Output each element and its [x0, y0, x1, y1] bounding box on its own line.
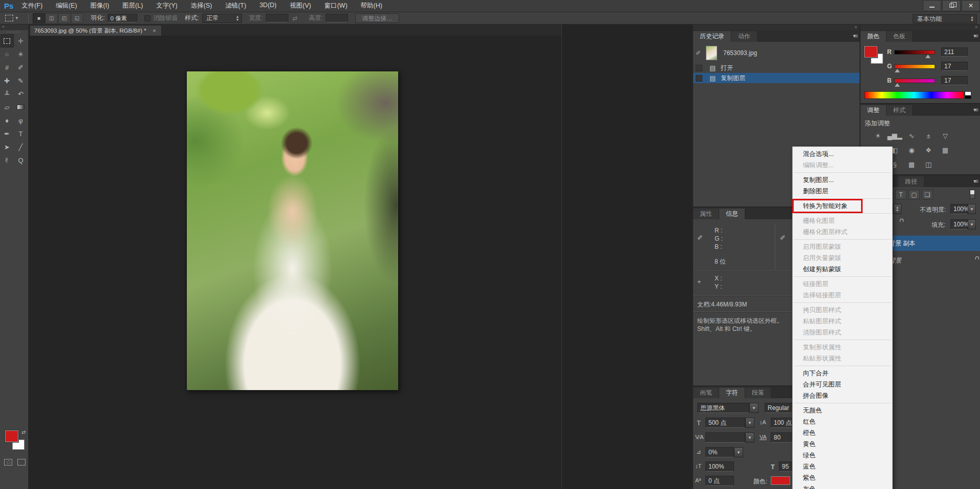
dodge-tool[interactable]: φ	[14, 114, 28, 127]
new-selection-button[interactable]: ■	[33, 13, 45, 23]
context-menu-item[interactable]: 拼合图像	[793, 390, 892, 401]
crop-tool[interactable]: #	[1, 61, 14, 74]
menu-item[interactable]: 视图(V)	[290, 2, 311, 10]
channel-slider[interactable]	[894, 79, 935, 83]
swap-dimensions-icon[interactable]: ⇄	[292, 15, 298, 22]
type-layer-filter-icon[interactable]: T	[895, 190, 906, 199]
history-source-checkbox[interactable]	[696, 65, 702, 71]
eraser-tool[interactable]: ▱	[1, 100, 14, 114]
font-size-input[interactable]: 500 点	[705, 418, 745, 428]
menu-item[interactable]: 文字(Y)	[156, 2, 178, 10]
tab-properties[interactable]: 属性	[693, 209, 719, 219]
font-family-select[interactable]: 思源黑体	[697, 403, 749, 413]
spinner-icon[interactable]: ▲▼	[893, 204, 901, 214]
document-tab[interactable]: 7653093.jpg @ 50% (背景 副本, RGB/8#) *	[30, 25, 162, 36]
tab-info[interactable]: 信息	[719, 209, 745, 219]
chevron-down-icon[interactable]: ▼	[749, 403, 758, 413]
channel-mixer-icon[interactable]: ❖	[922, 145, 935, 156]
magic-wand-tool[interactable]: ✳	[14, 47, 28, 61]
context-menu-item[interactable]: 黄色	[793, 439, 892, 450]
channel-slider[interactable]	[894, 64, 935, 69]
foreground-color-swatch[interactable]	[864, 46, 877, 58]
chevron-down-icon[interactable]: ▼	[968, 204, 976, 214]
minimize-button[interactable]	[923, 0, 941, 11]
vertical-scale-input[interactable]: 100%	[705, 461, 734, 472]
chevron-down-icon[interactable]: ▼	[968, 219, 976, 229]
opacity-input[interactable]: 100%	[950, 204, 968, 214]
proportional-spacing-input[interactable]: 0%	[705, 447, 734, 457]
color-lookup-icon[interactable]: ▦	[939, 145, 951, 156]
smart-object-filter-icon[interactable]: ❏	[922, 190, 933, 199]
context-menu-item[interactable]: 灰色	[793, 483, 892, 489]
dock-collapse-arrow[interactable]	[693, 24, 860, 30]
levels-icon[interactable]: ▄▆▂	[889, 131, 901, 141]
context-menu-item[interactable]: 创建剪贴蒙版	[793, 264, 892, 275]
context-menu-item[interactable]: 红色	[793, 416, 892, 427]
style-select[interactable]: 正常 ▲▼	[202, 14, 242, 23]
vibrance-icon[interactable]: ▽	[939, 131, 951, 141]
tab-actions[interactable]: 动作	[731, 31, 757, 42]
quick-mask-button[interactable]	[4, 459, 12, 466]
tool-preset-icon[interactable]	[5, 15, 13, 21]
hand-tool[interactable]: ✌	[1, 153, 14, 167]
type-tool[interactable]: T	[14, 127, 28, 140]
gradient-map-icon[interactable]: ◫	[922, 159, 935, 170]
chevron-down-icon[interactable]: ▼	[745, 432, 754, 443]
menu-item[interactable]: 3D(D)	[259, 2, 276, 10]
panel-menu-icon[interactable]	[973, 33, 977, 39]
channel-slider[interactable]	[894, 50, 935, 55]
brush-tool[interactable]: ✎	[14, 74, 28, 87]
dock-collapse-arrow[interactable]	[861, 24, 980, 30]
blur-tool[interactable]: ♦	[1, 114, 14, 127]
history-state-row-selected[interactable]: ▤ 复制图层	[693, 73, 860, 83]
workspace-switcher[interactable]: 基本功能 ▲▼	[913, 14, 977, 23]
history-source-checkbox[interactable]	[696, 75, 702, 82]
slider-thumb[interactable]	[895, 69, 900, 72]
slider-thumb[interactable]	[925, 55, 930, 58]
chevron-down-icon[interactable]: ▼	[15, 16, 19, 20]
history-brush-tool[interactable]: ↶	[14, 87, 28, 100]
intersect-selection-button[interactable]: ◱	[71, 13, 83, 23]
brightness-contrast-icon[interactable]: ☀	[872, 131, 884, 141]
context-menu-item[interactable]: 转换为智能对象	[793, 200, 892, 212]
tab-history[interactable]: 历史记录	[693, 31, 731, 42]
close-button[interactable]: ✕	[962, 0, 980, 11]
tab-color[interactable]: 颜色	[861, 31, 887, 42]
context-menu-item[interactable]: 删除图层	[793, 186, 892, 197]
context-menu-item[interactable]: 紫色	[793, 472, 892, 483]
context-menu-item[interactable]: 合并可见图层	[793, 379, 892, 390]
curves-icon[interactable]: ∿	[905, 131, 918, 141]
fill-input[interactable]: 100%	[950, 219, 968, 229]
tab-adjustments[interactable]: 调整	[861, 105, 887, 116]
layer-filter-toggle[interactable]	[970, 190, 975, 199]
chevron-down-icon[interactable]: ▼	[745, 418, 754, 428]
clone-stamp-tool[interactable]: ╨	[1, 87, 14, 100]
exposure-icon[interactable]: ±	[922, 131, 935, 141]
add-to-selection-button[interactable]: ◫	[45, 13, 58, 23]
width-input[interactable]	[266, 14, 288, 22]
history-state-row[interactable]: ▤ 打开	[693, 63, 860, 73]
history-brush-source-icon[interactable]: ✐	[696, 49, 703, 57]
tab-close-button[interactable]	[151, 28, 157, 34]
context-menu-item[interactable]: 无颜色	[793, 405, 892, 416]
kerning-input[interactable]	[705, 432, 745, 443]
history-snapshot-row[interactable]: ✐ 7653093.jpg	[693, 44, 860, 62]
height-input[interactable]	[326, 14, 348, 22]
tab-paragraph[interactable]: 段落	[745, 388, 771, 398]
menu-item[interactable]: 选择(S)	[191, 2, 212, 10]
context-menu-item[interactable]: 混合选项...	[793, 148, 892, 160]
gradient-tool[interactable]	[14, 100, 28, 114]
spot-healing-brush-tool[interactable]: ✚	[1, 74, 14, 87]
screen-mode-button[interactable]	[17, 459, 26, 466]
swap-colors-icon[interactable]: ⇄	[21, 429, 26, 435]
canvas-area[interactable]	[29, 36, 561, 489]
tab-paths[interactable]: 路径	[898, 176, 924, 187]
baseline-shift-input[interactable]: 0 点	[705, 476, 734, 486]
tab-character[interactable]: 字符	[719, 388, 745, 398]
text-color-swatch[interactable]	[771, 476, 790, 485]
channel-value-input[interactable]: 211	[941, 47, 968, 57]
pen-tool[interactable]: ✒	[1, 127, 14, 140]
context-menu-item[interactable]: 复制图层...	[793, 174, 892, 186]
toolbar-collapse-arrow[interactable]: «	[0, 24, 28, 30]
feather-input[interactable]: 0 像素	[108, 14, 137, 22]
